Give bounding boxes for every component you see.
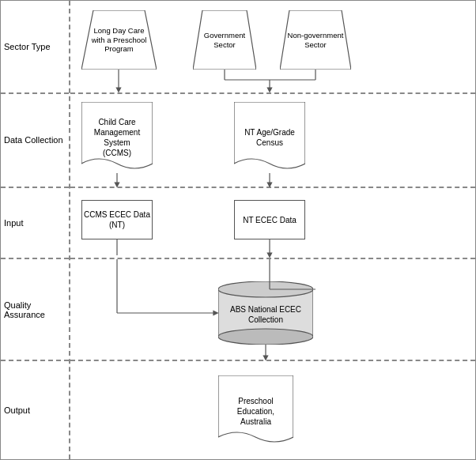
- preschool-edu-shape: PreschoolEducation,Australia: [218, 375, 293, 447]
- nt-ecec-shape: NT ECEC Data: [234, 200, 305, 239]
- sector-type-row: Long Day Carewith a PreschoolProgram Gov…: [70, 1, 475, 94]
- nt-ecec-label: NT ECEC Data: [243, 215, 297, 225]
- label-sector-type: Sector Type: [1, 1, 69, 94]
- quality-assurance-row: ABS National ECECCollection: [70, 259, 475, 362]
- main-diagram-area: Long Day Carewith a PreschoolProgram Gov…: [70, 1, 475, 459]
- ccms-ecec-label: CCMS ECEC Data(NT): [84, 209, 150, 230]
- ccms-shape: Child CareManagementSystem(CCMS): [81, 102, 153, 173]
- diagram-container: Sector Type Data Collection Input Qualit…: [0, 0, 476, 460]
- label-input: Input: [1, 188, 69, 259]
- non-government-sector-shape: Non-governmentSector: [280, 10, 351, 70]
- labels-column: Sector Type Data Collection Input Qualit…: [1, 1, 70, 459]
- nt-age-grade-shape: NT Age/GradeCensus: [234, 102, 305, 173]
- ccms-ecec-shape: CCMS ECEC Data(NT): [81, 200, 153, 239]
- label-output: Output: [1, 361, 69, 459]
- label-quality-assurance: QualityAssurance: [1, 259, 69, 362]
- preschool-edu-label: PreschoolEducation,Australia: [237, 396, 274, 427]
- ccms-label: Child CareManagementSystem(CCMS): [94, 117, 140, 158]
- abs-national-shape: ABS National ECECCollection: [218, 281, 313, 345]
- government-sector-shape: GovernmentSector: [193, 10, 256, 70]
- output-row: PreschoolEducation,Australia: [70, 361, 475, 459]
- label-data-collection: Data Collection: [1, 94, 69, 189]
- input-row: CCMS ECEC Data(NT) NT ECEC Data: [70, 188, 475, 259]
- long-day-care-shape: Long Day Carewith a PreschoolProgram: [81, 10, 157, 70]
- non-government-sector-label: Non-governmentSector: [288, 31, 344, 49]
- government-sector-label: GovernmentSector: [204, 31, 245, 49]
- data-collection-row: Child CareManagementSystem(CCMS) NT Age/…: [70, 94, 475, 189]
- long-day-care-label: Long Day Carewith a PreschoolProgram: [92, 26, 147, 54]
- abs-national-label: ABS National ECECCollection: [230, 304, 301, 325]
- nt-age-grade-label: NT Age/GradeCensus: [244, 127, 295, 148]
